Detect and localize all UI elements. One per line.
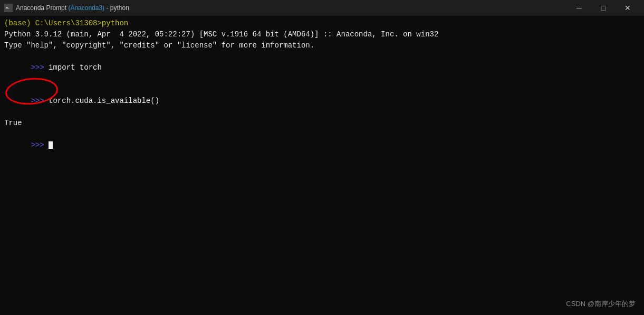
title-bar-left: Anaconda Prompt (Anaconda3) - python <box>4 4 129 12</box>
terminal-line-4: >>> import torch <box>4 51 640 84</box>
minimize-button[interactable]: ─ <box>567 0 591 16</box>
title-bar: Anaconda Prompt (Anaconda3) - python ─ □… <box>0 0 644 16</box>
cmd-5: torch.cuda.is_available() <box>49 97 159 105</box>
window: Anaconda Prompt (Anaconda3) - python ─ □… <box>0 0 644 315</box>
terminal-line-7: >>> <box>4 129 640 162</box>
cmd-4: import torch <box>49 63 102 72</box>
terminal-line-5: >>> torch.cuda.is_available() <box>4 84 640 118</box>
prompt-5: >>> <box>31 97 49 105</box>
title-bar-text: Anaconda Prompt (Anaconda3) - python <box>16 4 129 12</box>
terminal-line-3: Type "help", "copyright", "credits" or "… <box>4 40 640 51</box>
cursor <box>49 141 53 149</box>
svg-rect-1 <box>6 7 8 8</box>
close-button[interactable]: ✕ <box>616 0 640 16</box>
title-bar-controls: ─ □ ✕ <box>567 0 640 16</box>
watermark: CSDN @南岸少年的梦 <box>566 299 636 309</box>
terminal-line-2: Python 3.9.12 (main, Apr 4 2022, 05:22:2… <box>4 29 640 40</box>
svg-rect-2 <box>6 8 9 9</box>
prompt-4: >>> <box>31 63 49 72</box>
terminal-line-1: (base) C:\Users\31308>python <box>4 18 640 29</box>
terminal-body[interactable]: (base) C:\Users\31308>python Python 3.9.… <box>0 16 644 315</box>
maximize-button[interactable]: □ <box>591 0 616 16</box>
terminal-output-true: True <box>4 118 640 129</box>
app-icon <box>4 4 13 12</box>
prompt-7: >>> <box>31 141 49 149</box>
